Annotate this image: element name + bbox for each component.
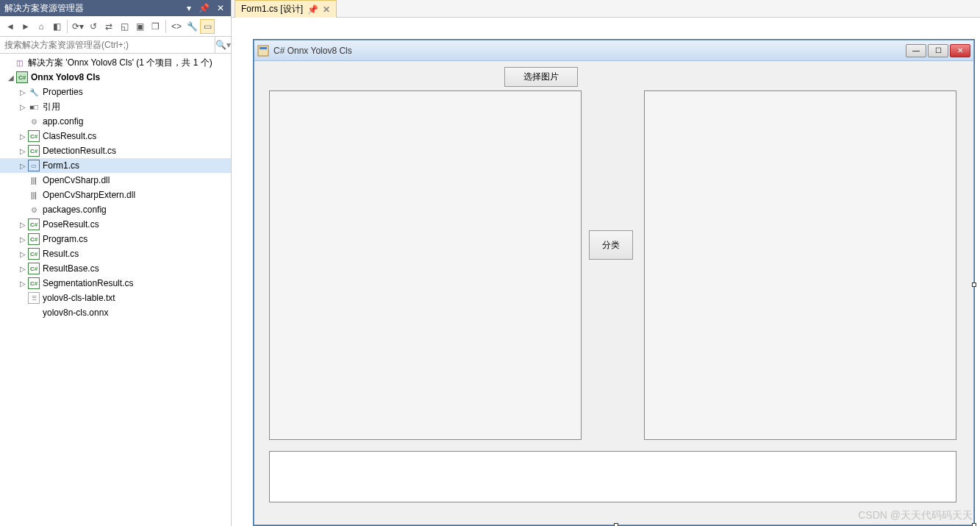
tree-label: 引用 bbox=[43, 101, 60, 113]
dropdown-icon[interactable]: ▾ bbox=[185, 3, 193, 13]
dll-icon: ||| bbox=[28, 174, 40, 186]
expand-icon[interactable]: ▷ bbox=[18, 162, 28, 170]
solution-toolbar: ◄ ► ⌂ ◧ ⟳▾ ↺ ⇄ ◱ ▣ ❐ <> 🔧 ▭ bbox=[0, 16, 231, 37]
watermark: CSDN @天天代码码天天 bbox=[858, 509, 973, 522]
solution-tree[interactable]: ◫ 解决方案 'Onnx Yolov8 Cls' (1 个项目，共 1 个) ◢… bbox=[0, 54, 231, 526]
solution-icon: ◫ bbox=[13, 57, 25, 68]
winforms-window[interactable]: C# Onnx Yolov8 Cls — ☐ ✕ 选择图片 分类 bbox=[254, 40, 974, 525]
expand-icon[interactable]: ▷ bbox=[18, 265, 28, 273]
tree-label: SegmentationResult.cs bbox=[43, 278, 133, 288]
select-image-button[interactable]: 选择图片 bbox=[504, 67, 578, 87]
close-icon[interactable]: ✕ bbox=[215, 3, 226, 13]
form-designer[interactable]: C# Onnx Yolov8 Cls — ☐ ✕ 选择图片 分类 bbox=[232, 18, 980, 526]
search-icon[interactable]: 🔍▾ bbox=[215, 37, 231, 53]
tree-label: OpenCvSharpExtern.dll bbox=[43, 190, 135, 200]
wrench-icon: 🔧 bbox=[28, 86, 40, 98]
resize-handle-corner[interactable] bbox=[972, 523, 976, 526]
tree-project[interactable]: ◢ C# Onnx Yolov8 Cls bbox=[0, 70, 231, 85]
output-textbox[interactable] bbox=[269, 451, 956, 502]
collapse-icon[interactable]: ⇄ bbox=[101, 19, 116, 34]
tree-item[interactable]: ▷ C# Program.cs bbox=[0, 232, 231, 246]
tree-label: Properties bbox=[43, 87, 83, 97]
refresh-icon[interactable]: ↺ bbox=[86, 19, 101, 34]
cs-icon: C# bbox=[28, 145, 40, 157]
cfg-icon: ⚙ bbox=[28, 115, 40, 127]
tree-label: Result.cs bbox=[43, 249, 79, 259]
separator bbox=[165, 20, 166, 33]
panel-header: 解决方案资源管理器 ▾ 📌 ✕ bbox=[0, 0, 231, 16]
sync-icon[interactable]: ⟳▾ bbox=[71, 19, 85, 34]
close-icon[interactable]: ✕ bbox=[323, 4, 330, 15]
preview-icon[interactable]: ▣ bbox=[132, 19, 147, 34]
form-titlebar: C# Onnx Yolov8 Cls — ☐ ✕ bbox=[254, 40, 973, 61]
resize-handle-right[interactable] bbox=[972, 282, 976, 287]
tree-item[interactable]: ▷ C# ClasResult.cs bbox=[0, 129, 231, 143]
expand-icon[interactable]: ▷ bbox=[18, 221, 28, 229]
tree-item[interactable]: ☰ yolov8-cls-lable.txt bbox=[0, 291, 231, 305]
search-input[interactable] bbox=[0, 37, 215, 53]
tree-item[interactable]: ⚙ packages.config bbox=[0, 202, 231, 217]
expand-icon[interactable]: ▷ bbox=[18, 235, 28, 244]
tree-item[interactable]: ▷ C# PoseResult.cs bbox=[0, 217, 231, 232]
show-all-icon[interactable]: ◱ bbox=[117, 19, 132, 34]
cs-icon: C# bbox=[28, 248, 40, 260]
code-icon[interactable]: <> bbox=[169, 19, 184, 34]
tree-item[interactable]: ▷ C# Result.cs bbox=[0, 246, 231, 261]
back-icon[interactable]: ◄ bbox=[3, 19, 18, 34]
view-icon[interactable]: ▭ bbox=[200, 19, 215, 34]
cs-icon: C# bbox=[28, 277, 40, 289]
cfg-icon: ⚙ bbox=[28, 204, 40, 216]
tree-item[interactable]: ▷ C# ResultBase.cs bbox=[0, 261, 231, 276]
tab-form1-design[interactable]: Form1.cs [设计] 📌 ✕ bbox=[235, 0, 337, 18]
txt-icon: ☰ bbox=[28, 292, 40, 304]
cs-icon: C# bbox=[28, 263, 40, 274]
copy-icon[interactable]: ❐ bbox=[148, 19, 162, 34]
tree-label: ClasResult.cs bbox=[43, 131, 96, 141]
resize-handle-bottom[interactable] bbox=[614, 523, 618, 526]
tree-item[interactable]: ▷ C# SegmentationResult.cs bbox=[0, 276, 231, 291]
forward-icon[interactable]: ► bbox=[18, 19, 33, 34]
properties-icon[interactable]: 🔧 bbox=[185, 19, 199, 34]
expand-icon[interactable]: ▷ bbox=[18, 147, 28, 155]
panel-title: 解决方案资源管理器 bbox=[4, 2, 84, 15]
form-body[interactable]: 选择图片 分类 bbox=[254, 61, 973, 525]
tab-bar: Form1.cs [设计] 📌 ✕ bbox=[232, 0, 980, 18]
classify-button[interactable]: 分类 bbox=[589, 230, 633, 260]
tree-label: packages.config bbox=[43, 205, 107, 215]
tree-label: 解决方案 'Onnx Yolov8 Cls' (1 个项目，共 1 个) bbox=[28, 57, 212, 69]
pin-icon[interactable]: 📌 bbox=[307, 4, 318, 15]
tree-label: yolov8-cls-lable.txt bbox=[43, 293, 115, 303]
tree-item[interactable]: ▷ C# DetectionResult.cs bbox=[0, 143, 231, 158]
minimize-button[interactable]: — bbox=[906, 44, 926, 57]
expand-icon[interactable]: ◢ bbox=[6, 74, 16, 82]
tree-item[interactable]: ||| OpenCvSharpExtern.dll bbox=[0, 188, 231, 202]
tree-item[interactable]: yolov8n-cls.onnx bbox=[0, 305, 231, 320]
solution-icon[interactable]: ◧ bbox=[49, 19, 64, 34]
tree-item[interactable]: ⚙ app.config bbox=[0, 114, 231, 129]
tree-label: yolov8n-cls.onnx bbox=[43, 308, 108, 318]
maximize-button[interactable]: ☐ bbox=[928, 44, 948, 57]
tree-solution[interactable]: ◫ 解决方案 'Onnx Yolov8 Cls' (1 个项目，共 1 个) bbox=[0, 55, 231, 70]
tree-item[interactable]: ||| OpenCvSharp.dll bbox=[0, 173, 231, 188]
none-icon bbox=[28, 307, 40, 319]
right-picture-panel[interactable] bbox=[644, 90, 956, 440]
solution-explorer-panel: 解决方案资源管理器 ▾ 📌 ✕ ◄ ► ⌂ ◧ ⟳▾ ↺ ⇄ ◱ ▣ ❐ <> … bbox=[0, 0, 232, 526]
tree-label: DetectionResult.cs bbox=[43, 146, 116, 156]
svg-rect-1 bbox=[260, 47, 267, 49]
expand-icon[interactable]: ▷ bbox=[18, 103, 28, 111]
expand-icon[interactable]: ▷ bbox=[18, 132, 28, 141]
left-picture-panel[interactable] bbox=[269, 90, 582, 440]
tree-item[interactable]: ▷ ▭ Form1.cs bbox=[0, 158, 231, 173]
tree-item[interactable]: ▷ ■□ 引用 bbox=[0, 99, 231, 114]
close-button[interactable]: ✕ bbox=[950, 44, 970, 57]
pin-icon[interactable]: 📌 bbox=[196, 3, 212, 13]
home-icon[interactable]: ⌂ bbox=[34, 19, 49, 34]
csproj-icon: C# bbox=[16, 71, 28, 83]
tab-label: Form1.cs [设计] bbox=[241, 3, 303, 15]
tree-item[interactable]: ▷ 🔧 Properties bbox=[0, 85, 231, 99]
separator bbox=[67, 20, 68, 33]
expand-icon[interactable]: ▷ bbox=[18, 88, 28, 96]
expand-icon[interactable]: ▷ bbox=[18, 280, 28, 288]
expand-icon[interactable]: ▷ bbox=[18, 250, 28, 258]
tree-label: PoseResult.cs bbox=[43, 219, 99, 230]
